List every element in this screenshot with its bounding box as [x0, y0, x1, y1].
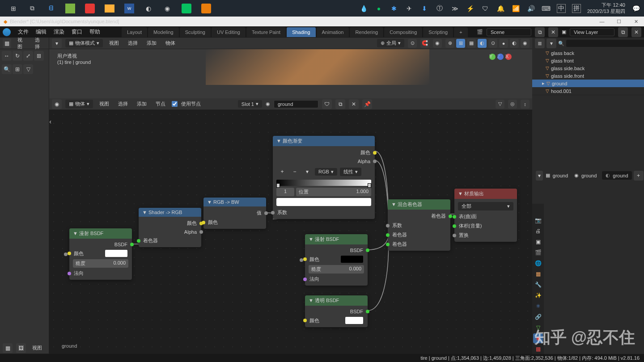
app-icon[interactable]	[65, 4, 75, 13]
stop-color-swatch[interactable]	[276, 198, 371, 206]
tab-particles[interactable]: ✨	[533, 290, 543, 300]
tab-render[interactable]: 📷	[533, 215, 543, 225]
outliner-item[interactable]: ▽glass side.back◉👁📷	[532, 64, 644, 72]
nav-gizmo[interactable]: Z Y X	[489, 54, 512, 76]
material-name-field[interactable]	[274, 100, 318, 108]
menu-select[interactable]: 选择	[125, 39, 140, 47]
outliner-search[interactable]	[566, 40, 644, 47]
notifications-icon[interactable]: 💬	[631, 4, 640, 13]
ramp-menu-button[interactable]: ▾	[302, 167, 312, 177]
display-mode-button[interactable]: ▾	[547, 38, 556, 48]
node-diffuse-bsdf-2[interactable]: ▼ 漫射 BSDF BSDF 颜色 糙度0.000 法向	[305, 234, 368, 286]
task-view-icon[interactable]: ⧉	[28, 4, 37, 13]
taskbar-clock[interactable]: 下午 12:40 2020/2/13 星期四	[587, 2, 625, 14]
app-icon[interactable]: ◐	[144, 4, 153, 13]
tool-rotate[interactable]: ↻	[13, 51, 22, 61]
tab-animation[interactable]: Animation	[317, 27, 349, 37]
tool-scale[interactable]: ⤢	[23, 51, 33, 61]
overlay-button[interactable]: ⊞	[456, 39, 465, 48]
pin-button[interactable]: 📌	[362, 99, 372, 109]
ime-icon[interactable]: 中	[557, 4, 566, 13]
expand-icon[interactable]: ‹	[49, 118, 51, 125]
xray-button[interactable]: ▦	[467, 39, 476, 48]
tab-scripting[interactable]: Scripting	[423, 27, 453, 37]
menu-window[interactable]: 窗口	[68, 26, 86, 38]
editor-type-button[interactable]: ◉	[52, 99, 62, 109]
shading-wire[interactable]: ⊙	[488, 39, 497, 48]
shading-lookdev[interactable]: ◐	[510, 39, 519, 48]
node-editor[interactable]: 🔍 ✋ ‹ ▼ 漫射 BSDF BSDF 颜色 糙度0.000	[49, 110, 532, 354]
app-icon[interactable]	[85, 4, 95, 13]
roughness-field[interactable]: 糙度0.000	[73, 259, 128, 268]
editor-type-button[interactable]: ▾	[52, 38, 62, 48]
ramp-colormode[interactable]: RGB▾	[315, 168, 337, 176]
tab-constraints[interactable]: 🔗	[533, 312, 543, 322]
node-icon[interactable]: ▽	[496, 100, 504, 109]
menu-render[interactable]: 渲染	[50, 26, 68, 38]
tray-icon[interactable]: ✱	[390, 4, 398, 13]
menu-select[interactable]: 选择	[115, 100, 131, 108]
node-color-ramp[interactable]: ▼ 颜色渐变 颜色 Alpha + − ▾ RGB▾ 线性▾	[273, 136, 375, 219]
tray-icon[interactable]: ✈	[405, 4, 414, 13]
bluetooth-icon[interactable]: ᗺ	[47, 4, 55, 13]
viewlayer-field[interactable]	[570, 28, 614, 36]
tab-texture-paint[interactable]: Texture Paint	[246, 27, 286, 37]
tab-uv-editing[interactable]: UV Editing	[212, 27, 246, 37]
color-swatch[interactable]	[341, 256, 363, 263]
ramp-interp[interactable]: 线性▾	[340, 168, 361, 176]
word-icon[interactable]: W	[124, 4, 134, 13]
color-swatch[interactable]	[105, 250, 127, 257]
tray-icon[interactable]: ≫	[450, 4, 459, 13]
editor-type-button[interactable]: ▦	[3, 38, 11, 48]
image-button[interactable]: 🖼	[16, 343, 26, 353]
proportional-button[interactable]: ◉	[433, 39, 442, 48]
snap-button[interactable]: ⊙	[408, 39, 417, 48]
tool-move[interactable]: ↔	[2, 51, 12, 61]
menu-view[interactable]: 视图	[106, 39, 122, 47]
node-shader-to-rgb[interactable]: ▼ Shader -> RGB 颜色 Alpha 着色器	[139, 208, 201, 247]
node-transparent-bsdf[interactable]: ▼ 透明 BSDF BSDF 颜色	[305, 295, 368, 327]
minimize-button[interactable]: —	[597, 19, 606, 25]
menu-view[interactable]: 视图	[97, 100, 112, 108]
volume-icon[interactable]: 🔊	[526, 4, 535, 13]
shading-button[interactable]: ◐	[478, 39, 487, 48]
tool-transform[interactable]: ⊞	[34, 51, 44, 61]
menu-object[interactable]: 物体	[163, 39, 178, 47]
gizmo-button[interactable]: ⊕	[445, 39, 454, 48]
fake-user-button[interactable]: 🛡	[322, 99, 332, 109]
wechat-icon[interactable]	[182, 4, 191, 13]
tray-icon[interactable]: 🔔	[496, 4, 505, 13]
ramp-remove-button[interactable]: −	[290, 167, 300, 177]
tab-object[interactable]: ▦	[533, 269, 543, 279]
color-swatch[interactable]	[345, 317, 363, 324]
shading-solid[interactable]: ●	[499, 39, 508, 48]
roughness-field[interactable]: 糙度0.000	[309, 265, 364, 274]
outliner-item[interactable]: ▽glass front◉👁📷	[532, 57, 644, 64]
tray-icon[interactable]: Ⓣ	[435, 4, 444, 13]
ramp-add-button[interactable]: +	[277, 167, 287, 177]
outliner-item[interactable]: ▽glass back◉👁📷	[532, 49, 644, 57]
use-nodes-checkbox[interactable]	[172, 101, 178, 107]
tab-modifiers[interactable]: 🔧	[533, 280, 543, 290]
tray-icon[interactable]: 🛡	[481, 4, 490, 13]
node-icon[interactable]: ◎	[508, 100, 517, 109]
mode-selector[interactable]: ▦物体模式▾	[65, 39, 103, 47]
viewlayer-browse-button[interactable]: ⧉	[618, 27, 628, 37]
scene-field[interactable]	[487, 28, 531, 36]
blender-logo-icon[interactable]	[3, 28, 11, 36]
scene-browse-button[interactable]: ⧉	[535, 27, 545, 37]
maximize-button[interactable]: ☐	[614, 19, 623, 25]
tab-output[interactable]: 🖨	[533, 226, 543, 236]
tray-icon[interactable]: ⬇	[420, 4, 429, 13]
tool-icon[interactable]: ⊞	[13, 64, 22, 74]
menu-view[interactable]: 视图	[30, 344, 45, 352]
snap-button[interactable]: 🧲	[420, 39, 429, 48]
menu-node[interactable]: 节点	[153, 100, 168, 108]
outliner-item-selected[interactable]: ▸▽ground◉👁📷	[532, 80, 644, 87]
output-target[interactable]: 全部▾	[458, 202, 513, 210]
material-slot[interactable]: ◐ground	[602, 171, 631, 180]
node-icon[interactable]: ↕	[521, 100, 530, 109]
orientation-selector[interactable]: ⊕全局▾	[377, 39, 404, 47]
slot-selector[interactable]: Slot 1▾	[238, 100, 262, 108]
start-icon[interactable]: ⊞	[9, 4, 18, 13]
